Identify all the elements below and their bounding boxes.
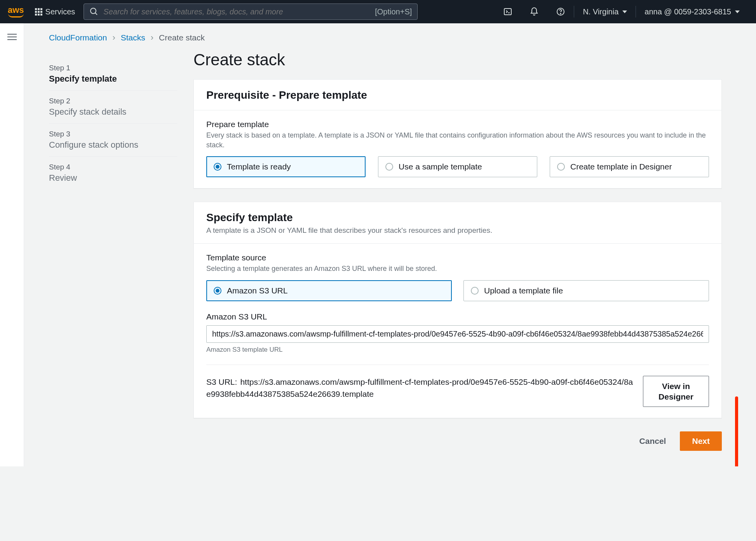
search-icon (89, 7, 99, 16)
template-source-label: Template source (206, 253, 709, 262)
wizard-step-4[interactable]: Step 4 Review (49, 157, 177, 189)
cloudshell-icon[interactable] (495, 4, 521, 19)
radio-icon (471, 287, 479, 295)
aws-logo[interactable]: aws (8, 6, 24, 17)
view-in-designer-button[interactable]: View in Designer (643, 376, 709, 407)
breadcrumb-cloudformation[interactable]: CloudFormation (49, 33, 107, 42)
notifications-icon[interactable] (521, 4, 547, 19)
option-template-ready[interactable]: Template is ready (206, 156, 366, 177)
svg-line-1 (95, 13, 97, 15)
panel1-header: Prerequisite - Prepare template (206, 89, 709, 101)
page-title: Create stack (193, 51, 722, 69)
option-sample-template[interactable]: Use a sample template (378, 156, 537, 177)
s3-url-hint: Amazon S3 template URL (206, 346, 709, 354)
side-panel-toggle[interactable] (0, 23, 24, 466)
search-shortcut: [Option+S] (375, 7, 412, 16)
wizard-steps: Step 1 Specify template Step 2 Specify s… (49, 51, 177, 451)
grid-icon (35, 8, 42, 16)
wizard-step-1[interactable]: Step 1 Specify template (49, 58, 177, 91)
radio-icon (214, 287, 221, 295)
breadcrumb: CloudFormation › Stacks › Create stack (24, 23, 756, 43)
cancel-button[interactable]: Cancel (631, 431, 675, 451)
panel2-sub: A template is a JSON or YAML file that d… (206, 226, 709, 235)
footer-actions: Cancel Next (193, 431, 722, 451)
svg-point-0 (91, 8, 96, 14)
help-icon[interactable] (547, 4, 574, 19)
chevron-right-icon: › (151, 33, 153, 43)
region-selector[interactable]: N. Virginia (574, 7, 636, 16)
panel-prerequisite: Prerequisite - Prepare template Prepare … (193, 79, 722, 188)
option-designer[interactable]: Create template in Designer (550, 156, 709, 177)
panel2-header: Specify template (206, 211, 709, 224)
option-s3-url[interactable]: Amazon S3 URL (206, 280, 452, 301)
services-label: Services (45, 7, 75, 16)
svg-point-5 (561, 13, 561, 14)
prepare-template-label: Prepare template (206, 120, 709, 129)
s3-url-input[interactable] (206, 325, 709, 343)
nav-icons: N. Virginia anna @ 0059-2303-6815 (495, 4, 748, 19)
user-menu[interactable]: anna @ 0059-2303-6815 (636, 7, 748, 16)
prepare-template-desc: Every stack is based on a template. A te… (206, 131, 709, 150)
top-nav: aws Services [Option+S] N. Virginia anna… (0, 0, 756, 23)
template-source-desc: Selecting a template generates an Amazon… (206, 264, 709, 274)
wizard-step-3[interactable]: Step 3 Configure stack options (49, 124, 177, 157)
s3-url-label: Amazon S3 URL (206, 312, 709, 321)
chevron-down-icon (735, 10, 740, 13)
radio-icon (214, 163, 221, 171)
breadcrumb-current: Create stack (159, 33, 205, 42)
chevron-down-icon (622, 10, 627, 13)
radio-icon (557, 163, 565, 171)
chevron-right-icon: › (112, 33, 115, 43)
breadcrumb-stacks[interactable]: Stacks (121, 33, 145, 42)
radio-icon (385, 163, 393, 171)
next-button[interactable]: Next (680, 431, 722, 451)
search-input[interactable] (103, 7, 370, 16)
hamburger-icon (7, 32, 17, 42)
s3-url-display: S3 URL:https://s3.amazonaws.com/awsmp-fu… (206, 376, 634, 400)
services-menu[interactable]: Services (31, 5, 79, 19)
global-search[interactable]: [Option+S] (84, 3, 418, 20)
panel-specify-template: Specify template A template is a JSON or… (193, 202, 722, 418)
wizard-step-2[interactable]: Step 2 Specify stack details (49, 91, 177, 124)
option-upload-file[interactable]: Upload a template file (463, 280, 709, 301)
